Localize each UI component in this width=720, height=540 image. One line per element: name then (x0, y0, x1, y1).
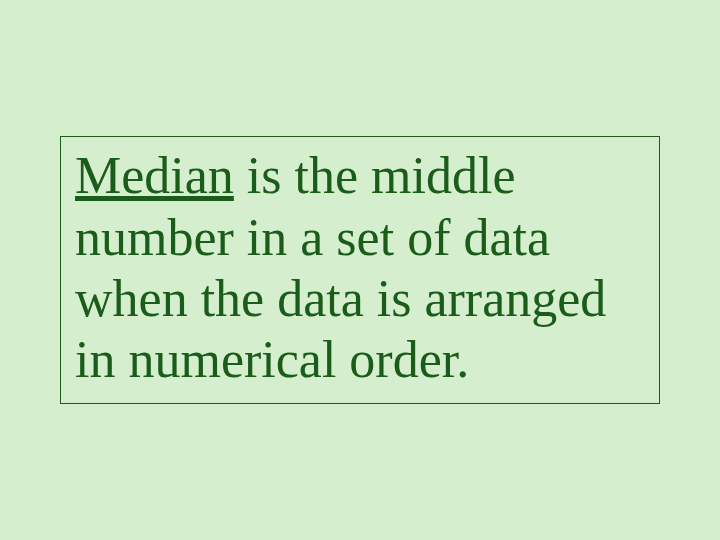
definition-box: Median is the middle number in a set of … (60, 136, 660, 403)
definition-term: Median (75, 147, 234, 204)
definition-text: Median is the middle number in a set of … (75, 145, 645, 390)
